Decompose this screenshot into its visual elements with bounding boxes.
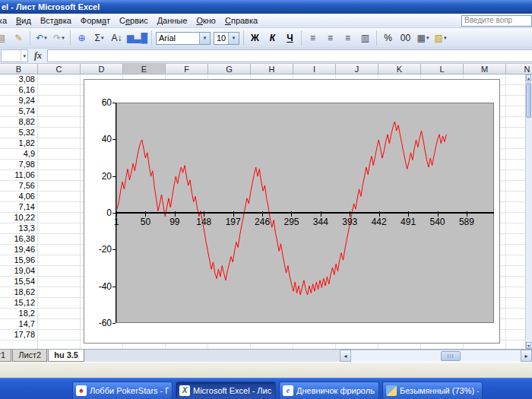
bold-button[interactable]: Ж (247, 31, 263, 46)
cell-C15[interactable] (38, 223, 81, 234)
chart-wizard-icon[interactable]: ▆▃█ (126, 31, 148, 46)
x-axis-label[interactable]: 246 (247, 217, 277, 227)
x-axis-label[interactable]: 148 (188, 217, 219, 227)
cell-C12[interactable] (38, 192, 81, 202)
cell-B7[interactable]: 1,82 (0, 138, 38, 149)
taskbar-button-excel[interactable]: Microsoft Excel - Лис... (176, 382, 276, 399)
column-header-F[interactable]: F (166, 64, 208, 74)
column-header-M[interactable]: M (464, 64, 506, 74)
column-header-N[interactable]: N (506, 64, 532, 74)
chevron-down-icon[interactable]: ▾ (21, 50, 27, 62)
cell-B17[interactable]: 19,46 (0, 245, 38, 255)
cell-C3[interactable] (38, 96, 81, 106)
scroll-up-button[interactable]: ▴ (526, 74, 531, 81)
align-center-button[interactable]: ≡ (322, 31, 338, 46)
x-axis-label[interactable]: 197 (218, 217, 249, 227)
column-header-C[interactable]: C (38, 64, 81, 74)
scroll-down-button[interactable]: ▾ (526, 342, 531, 349)
insert-function-button[interactable]: fx (29, 50, 47, 62)
x-axis-label[interactable]: 491 (393, 217, 423, 227)
column-header-I[interactable]: I (293, 64, 336, 74)
cell-B12[interactable]: 4,06 (0, 192, 38, 202)
column-header-E[interactable]: E (123, 64, 166, 74)
cell-B13[interactable]: 7,14 (0, 202, 38, 213)
x-axis-label[interactable]: 393 (334, 217, 365, 227)
cell-B23[interactable]: 18,2 (0, 309, 38, 319)
percent-style-button[interactable]: % (380, 31, 396, 46)
cell-C11[interactable] (38, 181, 81, 192)
cell-B9[interactable]: 7,98 (0, 160, 38, 170)
sort-ascending-icon[interactable]: А↓ (109, 31, 125, 46)
font-size-select[interactable]: 10▾ (214, 32, 239, 45)
x-axis-label[interactable]: 589 (451, 217, 482, 227)
y-axis-label[interactable]: -60 (86, 318, 112, 328)
y-axis-label[interactable]: -40 (86, 281, 112, 292)
column-header-L[interactable]: L (421, 64, 464, 74)
cell-C24[interactable] (38, 319, 81, 330)
formula-input[interactable] (47, 49, 532, 62)
menu-insert[interactable]: Вставка (36, 14, 76, 27)
y-axis-label[interactable]: 20 (86, 171, 112, 182)
paste-icon[interactable]: ▤ (0, 31, 9, 46)
horizontal-scrollbar[interactable]: ◂ ▸ (340, 350, 532, 362)
x-axis-label[interactable]: 442 (364, 217, 394, 227)
cell-B14[interactable]: 10,22 (0, 213, 38, 223)
chart-series-line[interactable] (117, 122, 446, 295)
type-question-box[interactable]: Введите вопр (461, 15, 532, 27)
column-header-J[interactable]: J (336, 64, 378, 74)
insert-hyperlink-icon[interactable]: ⊕ (74, 31, 90, 46)
column-header-D[interactable]: D (81, 64, 123, 74)
scroll-right-button[interactable]: ▸ (521, 350, 532, 362)
autosum-icon[interactable]: Σ▾ (91, 31, 107, 46)
cell-B16[interactable]: 16,38 (0, 234, 38, 245)
chevron-down-icon[interactable]: ▾ (228, 33, 239, 44)
comma-style-button[interactable]: 00 (397, 31, 413, 46)
x-axis-label[interactable]: 50 (130, 217, 160, 227)
cell-B20[interactable]: 15,54 (0, 277, 38, 287)
taskbar-button-image[interactable]: Безымянный (73%) -... (382, 382, 483, 399)
cell-C9[interactable] (38, 160, 81, 170)
underline-button[interactable]: Ч (282, 31, 298, 46)
horizontal-scroll-track[interactable] (351, 350, 521, 362)
cell-C23[interactable] (38, 309, 81, 319)
cell-C17[interactable] (38, 245, 81, 255)
align-right-button[interactable]: ≡ (340, 31, 356, 46)
embedded-chart[interactable]: 6040200-20-40-60150991481972462953443934… (84, 79, 500, 344)
cell-B8[interactable]: 4,9 (0, 149, 38, 160)
name-box[interactable]: ▾ (1, 49, 28, 62)
align-left-button[interactable]: ≡ (305, 31, 321, 46)
cell-B10[interactable]: 11,06 (0, 170, 38, 181)
cell-C6[interactable] (38, 128, 81, 138)
column-header-G[interactable]: G (208, 64, 251, 74)
y-axis-label[interactable]: 40 (86, 134, 112, 144)
horizontal-scroll-thumb[interactable] (441, 351, 461, 361)
cell-B1[interactable]: 3,08 (0, 74, 38, 85)
cell-C5[interactable] (38, 117, 81, 128)
italic-button[interactable]: К (264, 31, 280, 46)
cell-B4[interactable]: 5,74 (0, 106, 38, 117)
cell-B18[interactable]: 15,96 (0, 255, 38, 266)
sheet-tab-3[interactable]: hu 3.5 (48, 350, 84, 362)
cell-B3[interactable]: 9,24 (0, 96, 38, 106)
undo-icon[interactable]: ↶▾ (33, 31, 49, 46)
taskbar-button-ie[interactable]: Дневничок фрироль... (279, 382, 379, 399)
menu-data[interactable]: Данные (153, 14, 192, 27)
y-axis-label[interactable]: -20 (86, 244, 112, 255)
scroll-left-button[interactable]: ◂ (340, 350, 351, 362)
cell-C2[interactable] (38, 85, 81, 96)
cell-B15[interactable]: 13,3 (0, 223, 38, 234)
cell-C26[interactable] (38, 340, 81, 349)
x-axis-label[interactable]: 295 (276, 217, 306, 227)
font-name-select[interactable]: Arial▾ (156, 32, 211, 45)
format-painter-icon[interactable]: ✎ (11, 31, 27, 46)
cell-C1[interactable] (38, 74, 81, 85)
cell-C14[interactable] (38, 213, 81, 223)
cell-C22[interactable] (38, 298, 81, 309)
cell-B2[interactable]: 6,16 (0, 85, 38, 96)
cell-B6[interactable]: 5,32 (0, 128, 38, 138)
cell-B26[interactable] (0, 340, 38, 349)
cell-B22[interactable]: 15,12 (0, 298, 38, 309)
menu-format[interactable]: Формат (76, 14, 115, 27)
borders-button[interactable]: ▦▾ (415, 31, 431, 46)
cell-B11[interactable]: 7,56 (0, 181, 38, 192)
